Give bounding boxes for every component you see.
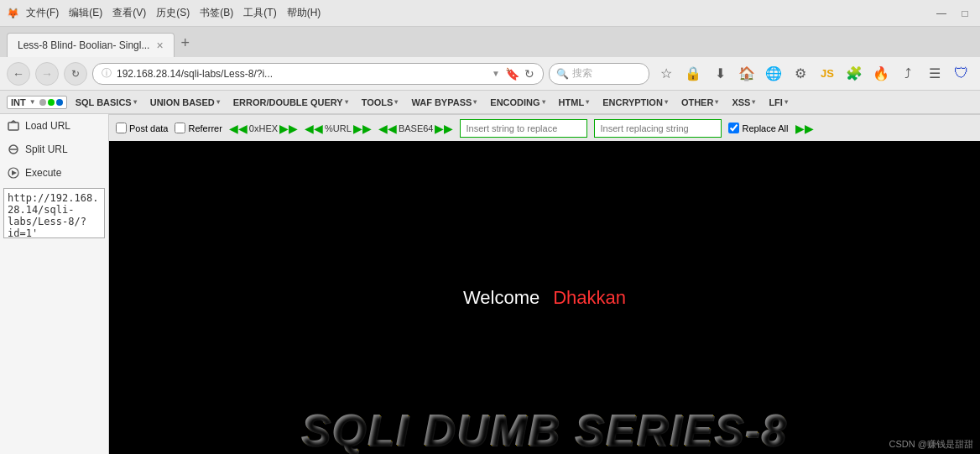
- menu-help[interactable]: 帮助(H): [287, 6, 321, 20]
- menu-bookmarks[interactable]: 书签(B): [200, 6, 233, 20]
- content-area: Post data Referrer ◀◀ 0xHEX ▶▶ ◀◀ %URL ▶…: [109, 114, 980, 454]
- back-button[interactable]: ←: [7, 62, 30, 86]
- search-box[interactable]: 🔍 搜索: [549, 63, 649, 85]
- browser-logo: 🦊: [7, 8, 19, 19]
- dropdown-arrow-icon: ▼: [492, 69, 500, 78]
- replace-right-arrow: ▶▶: [795, 122, 814, 135]
- share-icon[interactable]: ⤴: [896, 62, 920, 86]
- home-icon[interactable]: 🏠: [735, 62, 758, 86]
- globe-icon[interactable]: 🌐: [762, 62, 785, 86]
- base64-encode[interactable]: ◀◀ BASE64 ▶▶: [378, 122, 454, 135]
- load-url-item[interactable]: Load URL: [0, 114, 108, 138]
- int-dots: [39, 99, 63, 106]
- welcome-label: Welcome: [463, 287, 540, 309]
- nav-xss[interactable]: XSS▾: [727, 96, 760, 109]
- hex-right-arrow: ▶▶: [279, 122, 298, 135]
- title-bar-controls: — □: [933, 5, 973, 22]
- nav-lfi[interactable]: LFI▾: [764, 96, 793, 109]
- dot-2: [48, 99, 55, 106]
- replace-all-label: Replace All: [742, 123, 788, 133]
- address-bar: ← → ↻ ⓘ 192.168.28.14/sqli-labs/Less-8/?…: [0, 57, 980, 91]
- nav-other[interactable]: OTHER▾: [676, 96, 724, 109]
- nav-union-based[interactable]: UNION BASED▾: [145, 96, 225, 109]
- title-bar-left: 🦊 文件(F) 编辑(E) 查看(V) 历史(S) 书签(B) 工具(T) 帮助…: [7, 6, 321, 20]
- browser-main: Load URL Split URL Execute http://192.16…: [0, 114, 980, 454]
- menu-history[interactable]: 历史(S): [156, 6, 190, 20]
- js-toggle[interactable]: JS: [816, 62, 839, 86]
- forward-button[interactable]: →: [35, 62, 59, 86]
- bookmark-icon: 🔖: [505, 67, 519, 81]
- execute-item[interactable]: Execute: [0, 161, 108, 185]
- refresh-button[interactable]: ↻: [64, 62, 87, 86]
- int-select[interactable]: INT ▼: [7, 96, 67, 109]
- lock-icon: ⓘ: [102, 66, 112, 81]
- tab-close-button[interactable]: ×: [156, 39, 163, 52]
- toolbar-icons: ☆ 🔒 ⬇ 🏠 🌐 ⚙ JS 🧩 🔥 ⤴ ☰ 🛡: [654, 62, 973, 86]
- referrer-checkbox[interactable]: [175, 123, 185, 133]
- nav-sql-basics[interactable]: SQL BASICS▾: [70, 96, 142, 109]
- url-label: %URL: [325, 123, 352, 133]
- browser-window: 🦊 文件(F) 编辑(E) 查看(V) 历史(S) 书签(B) 工具(T) 帮助…: [0, 0, 980, 454]
- welcome-banner: Welcome Dhakkan: [463, 287, 626, 309]
- nav-encoding[interactable]: ENCODING▾: [485, 96, 550, 109]
- menu-file[interactable]: 文件(F): [26, 6, 59, 20]
- settings-icon[interactable]: ⚙: [789, 62, 812, 86]
- search-placeholder: 搜索: [572, 66, 592, 81]
- svg-rect-0: [8, 123, 18, 130]
- left-panel: Load URL Split URL Execute http://192.16…: [0, 114, 109, 454]
- load-url-icon: [7, 119, 20, 133]
- nav-waf-bypass[interactable]: WAF BYPASS▾: [406, 96, 482, 109]
- fire-icon[interactable]: 🔥: [869, 62, 893, 86]
- hex-left-arrow: ◀◀: [229, 122, 248, 135]
- hex-encode[interactable]: ◀◀ 0xHEX ▶▶: [229, 122, 298, 135]
- shield-icon[interactable]: 🛡: [950, 62, 973, 86]
- lock-icon-2[interactable]: 🔒: [681, 62, 705, 86]
- welcome-name: Dhakkan: [553, 287, 626, 309]
- menu-icon[interactable]: ☰: [923, 62, 946, 86]
- replace-all-checkbox[interactable]: [728, 123, 739, 133]
- download-icon[interactable]: ⬇: [708, 62, 732, 86]
- star-icon[interactable]: ☆: [654, 62, 678, 86]
- execute-label: Execute: [25, 167, 61, 179]
- address-text: 192.168.28.14/sqli-labs/Less-8/?i...: [117, 68, 487, 80]
- referrer-check[interactable]: Referrer: [175, 123, 222, 133]
- url-textarea[interactable]: http://192.168.28.14/sqli-labs/Less-8/?i…: [3, 188, 105, 238]
- split-url-item[interactable]: Split URL: [0, 138, 108, 161]
- reload-icon[interactable]: ↻: [524, 67, 534, 81]
- title-bar: 🦊 文件(F) 编辑(E) 查看(V) 历史(S) 书签(B) 工具(T) 帮助…: [0, 0, 980, 27]
- split-url-icon: [7, 143, 20, 156]
- load-url-label: Load URL: [25, 120, 70, 132]
- sqli-banner: SQLI DUMB SERIES-8: [109, 409, 980, 454]
- nav-toolbar: INT ▼ SQL BASICS▾ UNION BASED▾ ERROR/DOU…: [0, 91, 980, 114]
- new-tab-button[interactable]: +: [175, 29, 197, 57]
- web-content: Welcome Dhakkan SQLI DUMB SERIES-8 CSDN …: [109, 141, 980, 454]
- bottom-toolbar: Post data Referrer ◀◀ 0xHEX ▶▶ ◀◀ %URL ▶…: [109, 114, 980, 141]
- menu-edit[interactable]: 编辑(E): [69, 6, 102, 20]
- minimize-button[interactable]: —: [933, 5, 950, 22]
- nav-encryption[interactable]: ENCRYPTION▾: [597, 96, 673, 109]
- base64-label: BASE64: [399, 123, 434, 133]
- url-input-area: http://192.168.28.14/sqli-labs/Less-8/?i…: [0, 185, 108, 454]
- nav-tools[interactable]: TOOLS▾: [357, 96, 404, 109]
- replace-all-check[interactable]: Replace All: [728, 123, 788, 133]
- nav-html[interactable]: HTML▾: [554, 96, 595, 109]
- active-tab[interactable]: Less-8 Blind- Boolian- Singl... ×: [7, 33, 175, 57]
- post-data-check[interactable]: Post data: [116, 123, 168, 133]
- post-data-label: Post data: [129, 123, 168, 133]
- menu-tools[interactable]: 工具(T): [243, 6, 276, 20]
- replacing-string-input[interactable]: [594, 119, 722, 138]
- maximize-button[interactable]: □: [957, 5, 973, 22]
- dot-1: [39, 99, 46, 106]
- url-encode[interactable]: ◀◀ %URL ▶▶: [305, 122, 372, 135]
- string-to-replace-input[interactable]: [460, 119, 587, 138]
- post-data-checkbox[interactable]: [116, 123, 127, 133]
- menu-view[interactable]: 查看(V): [112, 6, 146, 20]
- extension-icon[interactable]: 🧩: [842, 62, 866, 86]
- tab-bar: Less-8 Blind- Boolian- Singl... × +: [0, 27, 980, 57]
- address-input-wrapper[interactable]: ⓘ 192.168.28.14/sqli-labs/Less-8/?i... ▼…: [92, 63, 544, 85]
- menu-bar: 文件(F) 编辑(E) 查看(V) 历史(S) 书签(B) 工具(T) 帮助(H…: [26, 6, 321, 20]
- url-left-arrow: ◀◀: [305, 122, 323, 135]
- tab-label: Less-8 Blind- Boolian- Singl...: [18, 39, 149, 51]
- execute-icon: [7, 166, 20, 180]
- nav-error-double[interactable]: ERROR/DOUBLE QUERY▾: [228, 96, 353, 109]
